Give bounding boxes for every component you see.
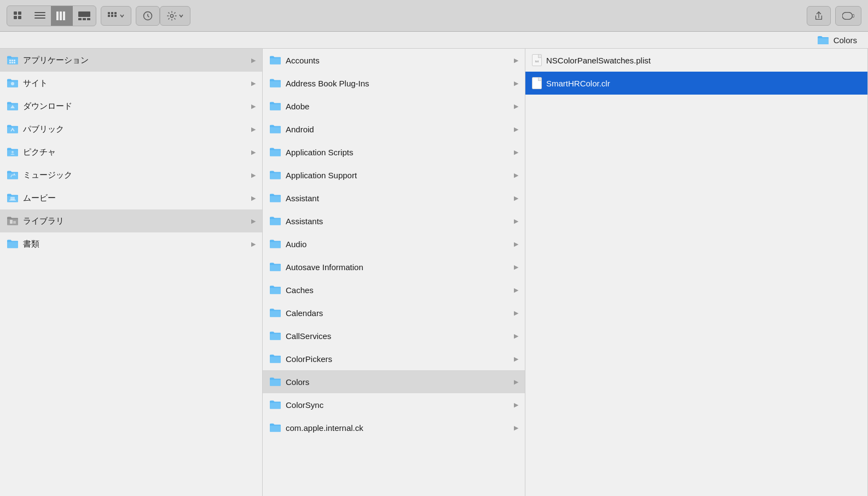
item-label: Application Support (286, 171, 510, 180)
title-text: Colors (834, 36, 857, 45)
svg-rect-16 (114, 12, 117, 14)
svg-rect-23 (9, 60, 11, 61)
chevron-right-icon: ▶ (514, 310, 518, 317)
item-label: ColorPickers (286, 354, 510, 364)
chevron-right-icon: ▶ (514, 149, 518, 156)
svg-rect-21 (842, 12, 852, 19)
item-label: Caches (286, 285, 510, 295)
list-item[interactable]: サイト ▶ (0, 72, 262, 95)
folder-icon (269, 331, 281, 341)
item-label: パブリック (23, 124, 247, 135)
list-item[interactable]: SmartHRColor.clr (525, 72, 867, 95)
folder-icon (269, 423, 281, 433)
item-label: Audio (286, 240, 510, 249)
chevron-right-icon: ▶ (514, 80, 518, 87)
list-item[interactable]: Accounts ▶ (263, 49, 525, 72)
column-1: アプリケーション ▶ サイト ▶ ダウンロード ▶ (0, 49, 263, 496)
chevron-right-icon: ▶ (251, 103, 256, 110)
tag-button[interactable] (835, 6, 861, 26)
list-item[interactable]: Adobe ▶ (263, 95, 525, 118)
folder-icon (269, 216, 281, 226)
item-label: com.apple.internal.ck (286, 423, 510, 433)
folder-icon (7, 193, 19, 203)
list-item[interactable]: Android ▶ (263, 118, 525, 141)
list-item[interactable]: Calendars ▶ (263, 301, 525, 324)
view-columns-button[interactable] (51, 6, 73, 26)
svg-rect-6 (34, 17, 45, 19)
svg-rect-4 (34, 12, 45, 13)
list-item[interactable]: ライブラリ ▶ (0, 209, 262, 232)
toolbar-right (807, 6, 861, 26)
view-list-button[interactable] (29, 6, 51, 26)
list-item[interactable]: ムービー ▶ (0, 186, 262, 209)
group-button[interactable] (101, 6, 131, 26)
svg-rect-2 (14, 16, 17, 19)
svg-rect-33 (10, 220, 13, 224)
svg-rect-7 (56, 11, 59, 20)
item-label: Adobe (286, 102, 510, 111)
folder-icon (269, 78, 281, 88)
item-label: アプリケーション (23, 55, 247, 66)
chevron-right-icon: ▶ (251, 126, 256, 133)
column-2: Accounts ▶ Address Book Plug-Ins ▶ Adobe… (263, 49, 525, 496)
folder-icon (269, 170, 281, 180)
browser: アプリケーション ▶ サイト ▶ ダウンロード ▶ (0, 48, 868, 496)
svg-rect-12 (83, 18, 86, 20)
list-item[interactable]: Audio ▶ (263, 232, 525, 255)
folder-icon (269, 285, 281, 295)
list-item[interactable]: com.apple.internal.ck ▶ (263, 416, 525, 439)
chevron-right-icon: ▶ (514, 355, 518, 363)
chevron-right-icon: ▶ (514, 332, 518, 340)
svg-rect-0 (14, 11, 17, 15)
chevron-right-icon: ▶ (514, 126, 518, 133)
item-label: Accounts (286, 56, 510, 65)
folder-icon (7, 147, 19, 157)
item-label: 書類 (23, 239, 247, 249)
list-item[interactable]: アプリケーション ▶ (0, 49, 262, 72)
folder-icon (7, 101, 19, 111)
folder-icon (7, 216, 19, 226)
chevron-right-icon: ▶ (514, 241, 518, 248)
svg-rect-15 (111, 12, 113, 14)
list-item[interactable]: 書類 ▶ (0, 232, 262, 255)
chevron-right-icon: ▶ (514, 424, 518, 431)
list-item[interactable]: ピクチャ ▶ (0, 141, 262, 164)
list-item[interactable]: Address Book Plug-Ins ▶ (263, 72, 525, 95)
folder-icon (269, 147, 281, 157)
folder-icon (7, 55, 19, 65)
list-item[interactable]: CallServices ▶ (263, 324, 525, 347)
list-item[interactable]: ダウンロード ▶ (0, 95, 262, 118)
list-item[interactable]: Caches ▶ (263, 278, 525, 301)
list-item[interactable]: Application Scripts ▶ (263, 141, 525, 164)
svg-rect-32 (9, 200, 16, 201)
list-item[interactable]: Application Support ▶ (263, 164, 525, 186)
list-item[interactable]: Assistant ▶ (263, 186, 525, 209)
settings-button[interactable] (160, 6, 190, 26)
folder-icon (7, 239, 19, 249)
item-label: SmartHRColor.clr (546, 79, 861, 88)
item-label: ColorSync (286, 400, 510, 410)
list-item[interactable]: Assistants ▶ (263, 209, 525, 232)
chevron-right-icon: ▶ (514, 287, 518, 294)
chevron-right-icon: ▶ (514, 218, 518, 225)
list-item[interactable]: ColorSync ▶ (263, 393, 525, 416)
chevron-right-icon: ▶ (514, 57, 518, 64)
folder-icon (269, 55, 281, 65)
item-label: ライブラリ (23, 216, 247, 226)
svg-rect-11 (78, 18, 82, 20)
list-item[interactable]: パブリック ▶ (0, 118, 262, 141)
list-item[interactable]: ミュージック ▶ (0, 164, 262, 186)
svg-rect-24 (11, 60, 13, 61)
svg-rect-9 (63, 11, 65, 20)
list-item[interactable]: Autosave Information ▶ (263, 255, 525, 278)
share-button[interactable] (807, 6, 831, 26)
title-bar: Colors (0, 32, 868, 48)
svg-rect-27 (11, 62, 13, 63)
item-label: サイト (23, 78, 247, 89)
list-item[interactable]: ColorPickers ▶ (263, 347, 525, 370)
view-icon-grid-button[interactable] (7, 6, 29, 26)
list-item[interactable]: Colors ▶ (263, 370, 525, 393)
view-gallery-button[interactable] (73, 6, 96, 26)
list-item[interactable]: txt NSColorPanelSwatches.plist (525, 49, 867, 72)
action-button[interactable] (136, 6, 160, 26)
